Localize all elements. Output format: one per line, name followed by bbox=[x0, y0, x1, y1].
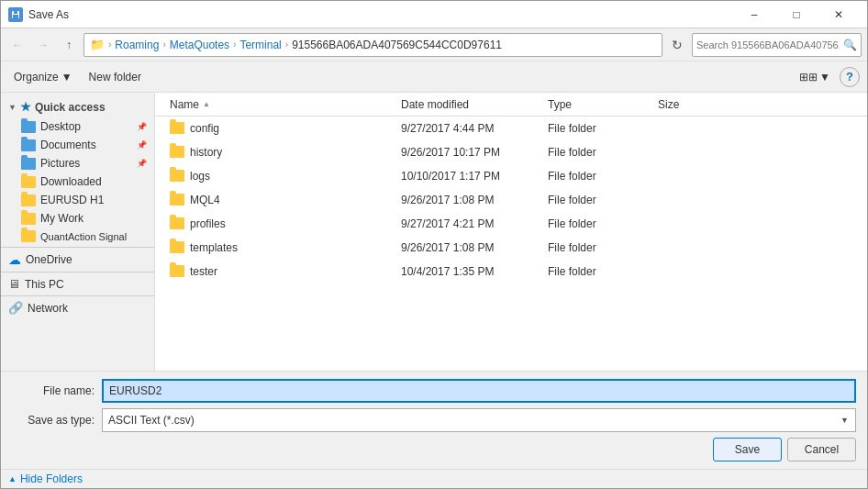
maximize-button[interactable]: □ bbox=[775, 1, 818, 28]
sidebar-quick-access-header[interactable]: ▼ ★ Quick access bbox=[1, 96, 154, 117]
sort-arrow: ▲ bbox=[203, 100, 210, 108]
sidebar-item-desktop[interactable]: Desktop 📌 bbox=[1, 117, 154, 136]
table-row[interactable]: history 9/26/2017 10:17 PM File folder bbox=[155, 140, 867, 164]
cancel-button[interactable]: Cancel bbox=[787, 438, 856, 461]
folder-icon bbox=[170, 241, 184, 253]
sidebar-item-eurusd[interactable]: EURUSD H1 bbox=[1, 191, 154, 209]
pin-icon-pics: 📌 bbox=[137, 159, 147, 168]
save-icon bbox=[8, 7, 23, 22]
table-row[interactable]: profiles 9/27/2017 4:21 PM File folder bbox=[155, 212, 867, 236]
savetype-label: Save as type: bbox=[12, 414, 95, 427]
pin-icon-docs: 📌 bbox=[137, 140, 147, 150]
quantaction-folder-icon bbox=[21, 230, 36, 242]
filename-input[interactable] bbox=[102, 379, 856, 403]
search-input[interactable] bbox=[696, 39, 840, 50]
action-buttons: Save Cancel bbox=[12, 438, 856, 461]
navigation-bar: ← → ↑ 📁 › Roaming › MetaQuotes › Termina… bbox=[1, 28, 867, 61]
folder-icon bbox=[170, 217, 184, 229]
file-list-header: Name ▲ Date modified Type Size bbox=[155, 93, 867, 117]
downloaded-folder-icon bbox=[21, 176, 36, 188]
sidebar-item-thispc[interactable]: 🖥 This PC bbox=[1, 274, 154, 294]
breadcrumb-metaquotes[interactable]: MetaQuotes bbox=[170, 39, 229, 51]
eurusd-folder-icon bbox=[21, 194, 36, 206]
window-controls: – □ ✕ bbox=[733, 1, 860, 28]
documents-folder-icon bbox=[21, 139, 36, 151]
table-row[interactable]: logs 10/10/2017 1:17 PM File folder bbox=[155, 164, 867, 188]
column-type[interactable]: Type bbox=[548, 98, 658, 111]
quick-access-label: Quick access bbox=[35, 101, 106, 114]
folder-icon bbox=[170, 122, 184, 134]
organize-button[interactable]: Organize ▼ bbox=[8, 66, 78, 88]
file-list: Name ▲ Date modified Type Size bbox=[155, 93, 867, 371]
savetype-select[interactable]: ASCII Text (*.csv) bbox=[102, 408, 856, 432]
savetype-row: Save as type: ASCII Text (*.csv) bbox=[12, 408, 856, 432]
breadcrumb: 📁 › Roaming › MetaQuotes › Terminal › 91… bbox=[83, 33, 662, 57]
up-button[interactable]: ↑ bbox=[58, 34, 80, 56]
bottom-bar: File name: Save as type: ASCII Text (*.c… bbox=[1, 371, 867, 469]
search-icon: 🔍 bbox=[843, 39, 857, 51]
column-size[interactable]: Size bbox=[658, 98, 731, 111]
help-button[interactable]: ? bbox=[840, 67, 860, 87]
table-row[interactable]: config 9/27/2017 4:44 PM File folder bbox=[155, 117, 867, 140]
close-button[interactable]: ✕ bbox=[818, 1, 860, 28]
sidebar-item-documents[interactable]: Documents 📌 bbox=[1, 136, 154, 154]
search-bar: 🔍 bbox=[692, 33, 862, 57]
refresh-button[interactable]: ↻ bbox=[666, 34, 688, 56]
table-row[interactable]: templates 9/26/2017 1:08 PM File folder bbox=[155, 236, 867, 260]
title-bar-left: Save As bbox=[8, 7, 69, 22]
pin-icon: 📌 bbox=[137, 122, 147, 131]
new-folder-button[interactable]: New folder bbox=[83, 66, 147, 88]
svg-rect-1 bbox=[14, 11, 17, 14]
sidebar-item-onedrive[interactable]: ☁ OneDrive bbox=[1, 250, 154, 270]
mywork-folder-icon bbox=[21, 213, 36, 225]
table-row[interactable]: MQL4 9/26/2017 1:08 PM File folder bbox=[155, 188, 867, 212]
view-button[interactable]: ⊞⊞ ▼ bbox=[796, 66, 834, 88]
hide-folders-label: Hide Folders bbox=[20, 472, 83, 485]
minimize-button[interactable]: – bbox=[733, 1, 775, 28]
main-content: ▼ ★ Quick access Desktop 📌 Documents 📌 P… bbox=[1, 93, 867, 371]
table-row[interactable]: tester 10/4/2017 1:35 PM File folder bbox=[155, 260, 867, 283]
quick-access-chevron: ▼ bbox=[8, 103, 17, 112]
svg-rect-2 bbox=[13, 15, 18, 18]
back-button[interactable]: ← bbox=[6, 34, 28, 56]
sidebar-item-pictures[interactable]: Pictures 📌 bbox=[1, 154, 154, 172]
sidebar-item-mywork[interactable]: My Work bbox=[1, 209, 154, 228]
filename-row: File name: bbox=[12, 379, 856, 403]
filename-label: File name: bbox=[12, 384, 95, 397]
toolbar: Organize ▼ New folder ⊞⊞ ▼ ? bbox=[1, 61, 867, 93]
savetype-wrapper: ASCII Text (*.csv) bbox=[102, 408, 856, 432]
forward-button[interactable]: → bbox=[32, 34, 54, 56]
star-icon: ★ bbox=[20, 100, 31, 114]
breadcrumb-current: 915566BA06ADA407569C544CC0D97611 bbox=[292, 39, 502, 51]
folder-icon bbox=[170, 194, 184, 206]
sidebar-item-quantaction[interactable]: QuantAction Signal bbox=[1, 228, 154, 245]
breadcrumb-terminal[interactable]: Terminal bbox=[239, 39, 281, 51]
sidebar-item-network[interactable]: 🔗 Network bbox=[1, 298, 154, 317]
window-title: Save As bbox=[28, 8, 69, 21]
save-as-dialog: Save As – □ ✕ ← → ↑ 📁 › Roaming › MetaQu… bbox=[0, 0, 868, 489]
hide-folders-bar[interactable]: ▲ Hide Folders bbox=[1, 469, 867, 488]
sidebar: ▼ ★ Quick access Desktop 📌 Documents 📌 P… bbox=[1, 93, 155, 371]
network-icon: 🔗 bbox=[8, 301, 23, 315]
column-name[interactable]: Name ▲ bbox=[162, 98, 401, 111]
desktop-folder-icon bbox=[21, 121, 36, 133]
chevron-up-icon: ▲ bbox=[8, 474, 17, 483]
onedrive-icon: ☁ bbox=[8, 252, 21, 267]
file-rows: config 9/27/2017 4:44 PM File folder his… bbox=[155, 117, 867, 371]
breadcrumb-roaming[interactable]: Roaming bbox=[115, 39, 159, 51]
title-bar: Save As – □ ✕ bbox=[1, 1, 867, 28]
save-button[interactable]: Save bbox=[713, 438, 782, 461]
thispc-icon: 🖥 bbox=[8, 277, 20, 291]
column-date[interactable]: Date modified bbox=[401, 98, 548, 111]
pictures-folder-icon bbox=[21, 158, 36, 170]
folder-icon bbox=[170, 265, 184, 277]
sidebar-item-downloaded[interactable]: Downloaded bbox=[1, 172, 154, 191]
folder-icon bbox=[170, 170, 184, 182]
folder-icon bbox=[170, 146, 184, 158]
